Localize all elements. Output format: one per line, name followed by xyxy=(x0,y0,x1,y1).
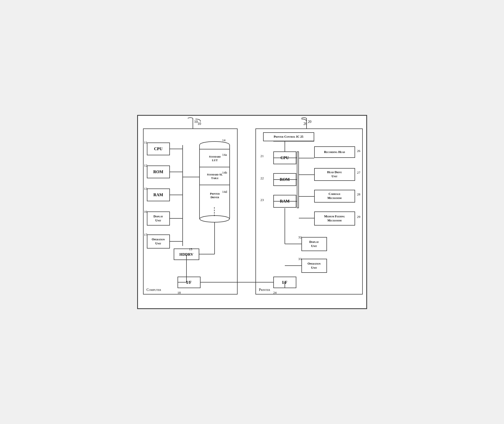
ref-12: 12 xyxy=(144,163,147,168)
ref-29: 29 xyxy=(357,215,360,219)
ref-23: 23 xyxy=(261,198,264,202)
cpu-right-box: CPU xyxy=(273,151,296,164)
display-left-box: DisplayUnit xyxy=(147,211,170,226)
medium-feeding-box: Medium FeedingMechanism xyxy=(314,211,355,226)
rom-left-box: ROM xyxy=(147,166,170,178)
ref-24: 24 xyxy=(273,291,277,295)
ref-17: 17 xyxy=(144,233,147,237)
ref-26: 26 xyxy=(357,149,360,153)
ref-27: 27 xyxy=(357,171,360,175)
dashed-line-cylinder xyxy=(214,207,215,216)
ref-14d: 14d xyxy=(222,190,227,194)
head-drive-box: Head DriveUnit xyxy=(314,168,355,181)
ram-left-box: RAM xyxy=(147,189,170,201)
conn-carriage xyxy=(299,196,314,197)
ref-28: 28 xyxy=(357,192,360,196)
recording-head-box: Recording Head xyxy=(314,146,355,158)
ref-16: 16 xyxy=(144,210,147,214)
standard-lut-label: StandardLUT xyxy=(201,149,229,167)
vertical-bus-right xyxy=(297,151,299,208)
ref-18: 18 xyxy=(178,291,181,295)
svg-text:20: 20 xyxy=(303,122,307,125)
ref-20: 20 xyxy=(294,118,309,126)
conn-head-drive xyxy=(299,174,314,175)
printer-driver-label: PrinterDriver xyxy=(201,185,229,206)
conn-recording xyxy=(299,158,314,158)
standard-sl-label: Standard SLTable xyxy=(201,167,229,185)
cylinder-bottom xyxy=(199,215,230,222)
carriage-box: CarriageMechanism xyxy=(314,190,355,203)
ref-11: 11 xyxy=(144,140,147,145)
ref-13: 13 xyxy=(144,187,147,191)
ref-14: 14 xyxy=(222,138,226,142)
ref-15: 15 xyxy=(189,247,192,251)
operation-right-box: OperationUnit xyxy=(301,259,327,273)
rom-right-box: ROM xyxy=(273,173,296,186)
ram-right-box: RAM xyxy=(273,195,296,208)
hddrv-box: HDDRV xyxy=(174,249,199,260)
ref-10: 10 xyxy=(188,118,203,126)
ref-32: 32 xyxy=(298,235,302,239)
computer-label: Computer xyxy=(147,288,161,292)
cpu-left-box: CPU xyxy=(147,143,170,155)
svg-point-3 xyxy=(200,216,229,222)
diagram: 10 20 Computer Printer Printer Control I… xyxy=(137,115,367,309)
ref-21: 21 xyxy=(261,154,264,158)
conn-medium xyxy=(299,218,314,218)
ref-33: 33 xyxy=(298,257,302,261)
if-right-box: I/F xyxy=(273,277,296,288)
ref-22: 22 xyxy=(261,176,264,180)
printer-control-ic-box: Printer Control IC 25 xyxy=(263,132,314,141)
display-right-box: DisplayUnit xyxy=(301,237,327,251)
if-left-box: I/F xyxy=(178,277,201,288)
operation-left-box: OperationUnit xyxy=(147,234,170,249)
svg-text:10: 10 xyxy=(197,122,201,125)
ref-14a: 14a xyxy=(222,153,227,157)
ref-14b: 14b xyxy=(222,171,227,175)
printer-label: Printer xyxy=(259,288,270,292)
